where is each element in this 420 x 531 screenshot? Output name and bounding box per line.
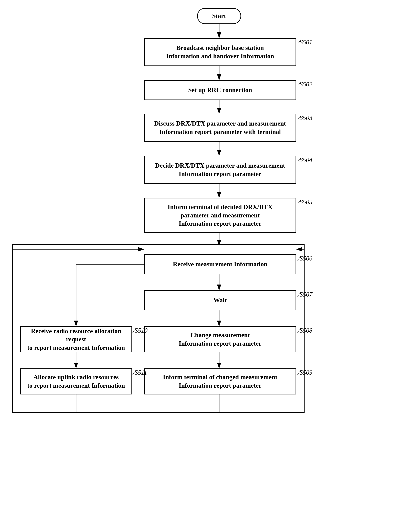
s509-label: Inform terminal of changed measurement I… <box>163 373 277 390</box>
s511-label: Allocate uplink radio resources to repor… <box>27 373 125 390</box>
s505-shape: Inform terminal of decided DRX/DTX param… <box>144 198 296 233</box>
step-s504-label: ∕S504 <box>299 156 312 164</box>
step-s503-label: ∕S503 <box>299 114 312 122</box>
s509-shape: Inform terminal of changed measurement I… <box>144 368 296 394</box>
start-shape: Start <box>197 8 241 24</box>
s501-label: Broadcast neighbor base station Informat… <box>166 44 274 60</box>
step-s501-label: ∕S501 <box>299 38 312 46</box>
step-s511-label: ∕S511 <box>134 369 147 376</box>
s508-label: Change measurement Information report pa… <box>179 331 262 348</box>
s501-shape: Broadcast neighbor base station Informat… <box>144 38 296 66</box>
s507-label: Wait <box>213 296 227 305</box>
s505-label: Inform terminal of decided DRX/DTX param… <box>168 203 272 228</box>
s506-label: Receive measurement Information <box>173 260 267 268</box>
s506-shape: Receive measurement Information <box>144 254 296 274</box>
s511-shape: Allocate uplink radio resources to repor… <box>20 368 132 394</box>
s504-shape: Decide DRX/DTX parameter and measurement… <box>144 156 296 184</box>
s502-shape: Set up RRC connection <box>144 80 296 100</box>
s503-shape: Discuss DRX/DTX parameter and measuremen… <box>144 114 296 142</box>
s503-label: Discuss DRX/DTX parameter and measuremen… <box>154 119 286 136</box>
step-s506-label: ∕S506 <box>299 255 312 262</box>
step-s509-label: ∕S509 <box>299 369 312 376</box>
s508-shape: Change measurement Information report pa… <box>144 326 296 352</box>
s507-shape: Wait <box>144 290 296 310</box>
s510-label: Receive radio resource allocation reques… <box>21 327 132 352</box>
step-s510-label: ∕S510 <box>134 327 148 334</box>
step-s502-label: ∕S502 <box>299 80 312 88</box>
s504-label: Decide DRX/DTX parameter and measurement… <box>155 161 285 178</box>
diagram-container: Start ∕S501 Broadcast neighbor base stat… <box>0 0 420 531</box>
step-s505-label: ∕S505 <box>299 198 312 206</box>
step-s507-label: ∕S507 <box>299 291 312 298</box>
start-label: Start <box>212 12 226 20</box>
s502-label: Set up RRC connection <box>188 86 252 94</box>
step-s508-label: ∕S508 <box>299 327 312 334</box>
s510-shape: Receive radio resource allocation reques… <box>20 326 132 352</box>
